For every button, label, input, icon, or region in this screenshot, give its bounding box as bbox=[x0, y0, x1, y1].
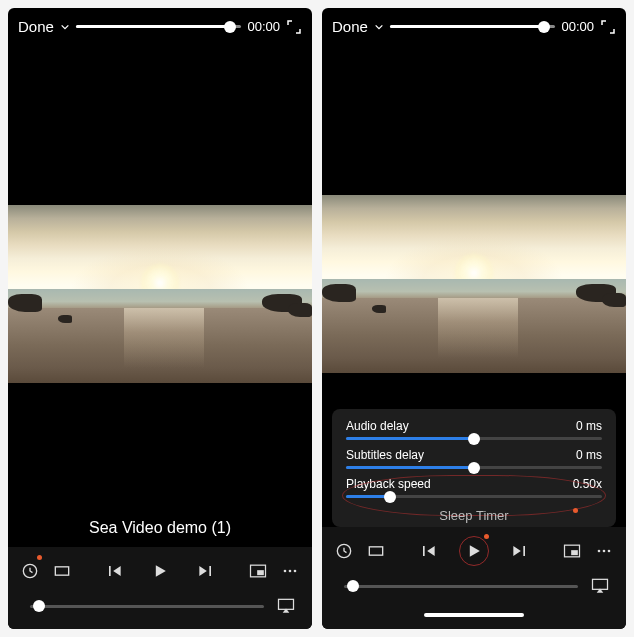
svg-point-6 bbox=[294, 570, 297, 573]
player-screen-left: Done 00:00 Sea Video demo (1) bbox=[8, 8, 312, 629]
play-button[interactable] bbox=[460, 537, 488, 565]
bottom-controls bbox=[322, 527, 626, 629]
volume-slider[interactable] bbox=[344, 585, 578, 588]
more-icon[interactable] bbox=[590, 537, 618, 565]
aspect-ratio-icon[interactable] bbox=[48, 557, 76, 585]
previous-button[interactable] bbox=[414, 537, 442, 565]
svg-point-5 bbox=[289, 570, 292, 573]
video-title: Sea Video demo (1) bbox=[8, 519, 312, 547]
audio-delay-value: 0 ms bbox=[576, 419, 602, 433]
clock-icon[interactable] bbox=[330, 537, 358, 565]
subtitles-delay-label: Subtitles delay bbox=[346, 448, 424, 462]
subtitles-delay-value: 0 ms bbox=[576, 448, 602, 462]
svg-point-14 bbox=[608, 550, 611, 553]
svg-rect-11 bbox=[571, 550, 578, 555]
airplay-icon[interactable] bbox=[274, 595, 298, 617]
svg-point-4 bbox=[284, 570, 287, 573]
playback-settings-panel: Audio delay 0 ms Subtitles delay 0 ms Pl… bbox=[332, 409, 616, 527]
picture-in-picture-icon[interactable] bbox=[244, 557, 272, 585]
top-bar: Done 00:00 bbox=[322, 8, 626, 41]
chevron-down-icon[interactable] bbox=[60, 22, 70, 32]
video-frame bbox=[322, 195, 626, 373]
done-button[interactable]: Done bbox=[18, 18, 54, 35]
subtitles-delay-row: Subtitles delay 0 ms bbox=[346, 448, 602, 462]
playback-speed-label: Playback speed bbox=[346, 477, 431, 491]
sleep-timer-button[interactable]: Sleep Timer bbox=[346, 506, 602, 523]
audio-delay-row: Audio delay 0 ms bbox=[346, 419, 602, 433]
chevron-down-icon[interactable] bbox=[374, 22, 384, 32]
picture-in-picture-icon[interactable] bbox=[558, 537, 586, 565]
bottom-controls bbox=[8, 547, 312, 629]
video-viewport[interactable]: Audio delay 0 ms Subtitles delay 0 ms Pl… bbox=[322, 41, 626, 527]
home-indicator[interactable] bbox=[330, 605, 618, 625]
next-button[interactable] bbox=[506, 537, 534, 565]
done-button[interactable]: Done bbox=[332, 18, 368, 35]
svg-rect-3 bbox=[257, 570, 264, 575]
audio-delay-slider[interactable] bbox=[346, 437, 602, 440]
svg-rect-9 bbox=[369, 547, 382, 555]
fullscreen-icon[interactable] bbox=[286, 19, 302, 35]
video-viewport[interactable]: Sea Video demo (1) bbox=[8, 41, 312, 547]
volume-slider[interactable] bbox=[30, 605, 264, 608]
progress-slider[interactable] bbox=[390, 25, 556, 28]
video-frame bbox=[8, 205, 312, 383]
play-button[interactable] bbox=[146, 557, 174, 585]
more-icon[interactable] bbox=[276, 557, 304, 585]
svg-rect-7 bbox=[279, 599, 294, 609]
playback-speed-row: Playback speed 0.50x bbox=[346, 477, 602, 491]
svg-rect-15 bbox=[593, 579, 608, 589]
playback-speed-value: 0.50x bbox=[573, 477, 602, 491]
previous-button[interactable] bbox=[100, 557, 128, 585]
highlight-annotation bbox=[459, 536, 489, 566]
progress-slider[interactable] bbox=[76, 25, 242, 28]
playback-speed-slider[interactable] bbox=[346, 495, 602, 498]
airplay-icon[interactable] bbox=[588, 575, 612, 597]
player-screen-right: Done 00:00 Audio delay bbox=[322, 8, 626, 629]
clock-icon[interactable] bbox=[16, 557, 44, 585]
aspect-ratio-icon[interactable] bbox=[362, 537, 390, 565]
top-bar: Done 00:00 bbox=[8, 8, 312, 41]
svg-rect-1 bbox=[55, 567, 68, 575]
svg-point-13 bbox=[603, 550, 606, 553]
subtitles-delay-slider[interactable] bbox=[346, 466, 602, 469]
next-button[interactable] bbox=[192, 557, 220, 585]
audio-delay-label: Audio delay bbox=[346, 419, 409, 433]
time-label: 00:00 bbox=[247, 19, 280, 34]
time-label: 00:00 bbox=[561, 19, 594, 34]
indicator-dot bbox=[573, 508, 578, 513]
svg-point-12 bbox=[598, 550, 601, 553]
fullscreen-icon[interactable] bbox=[600, 19, 616, 35]
